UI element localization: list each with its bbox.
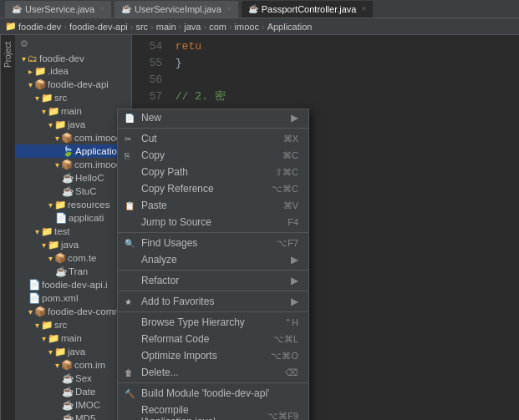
java-file-icon: ☕: [12, 4, 22, 13]
expand-icon: ▾: [55, 134, 59, 143]
tree-item-test-package[interactable]: ▾ 📦 com.te: [15, 251, 131, 265]
tree-item-comm-main[interactable]: ▾ 📁 main: [15, 331, 131, 345]
separator-3: [118, 270, 308, 271]
menu-item-build-module[interactable]: 🔨 Build Module 'foodie-dev-api': [118, 385, 308, 402]
separator-6: [118, 382, 308, 383]
find-icon: 🔍: [125, 239, 135, 248]
tree-item-stucontroller[interactable]: ☕ StuC: [15, 185, 131, 198]
tree-item-foodie-dev[interactable]: ▾ 🗂 foodie-dev: [15, 53, 131, 64]
separator-1: [118, 128, 308, 129]
settings-icon[interactable]: ⚙: [20, 38, 28, 49]
xml-icon: 📄: [28, 292, 40, 304]
project-panel-label[interactable]: Project: [0, 35, 15, 420]
menu-item-analyze[interactable]: Analyze ▶: [118, 251, 308, 268]
tree-item-md5[interactable]: ☕ MD5: [15, 412, 131, 420]
tab-userservice[interactable]: ☕ UserService.java ×: [5, 1, 111, 18]
menu-item-reformat[interactable]: Reformat Code ⌥⌘L: [118, 331, 308, 347]
code-line-57: 57 // 2. 密: [139, 89, 512, 105]
menu-item-delete[interactable]: 🗑 Delete... ⌫: [118, 364, 308, 381]
submenu-arrow: ▶: [291, 112, 298, 124]
folder-icon: 📁: [54, 199, 66, 210]
file-tree: ⚙ ▾ 🗂 foodie-dev ▸ 📁 .idea ▾ 📦 foodie-de…: [15, 35, 132, 420]
tree-item-java[interactable]: ▾ 📁 java: [15, 118, 131, 131]
tree-item-src[interactable]: ▾ 📁 src: [15, 91, 131, 104]
tree-item-application-xml[interactable]: 📄 applicati: [15, 211, 131, 225]
java-icon: ☕: [62, 412, 74, 420]
tree-item-imoc[interactable]: ☕ IMOC: [15, 398, 131, 412]
expand-icon: ▾: [28, 80, 33, 89]
menu-item-paste[interactable]: 📋 Paste ⌘V: [118, 197, 308, 214]
folder-icon: 📁: [34, 65, 46, 77]
favorites-arrow: ▶: [291, 296, 298, 307]
context-menu: 📄 New ▶ ✂ Cut ⌘X ⎘ Copy ⌘C Copy Path ⇧⌘C…: [117, 109, 309, 420]
breadcrumb: 📁 foodie-dev › foodie-dev-api › src › ma…: [0, 18, 519, 35]
folder-icon: 📁: [41, 92, 53, 104]
menu-item-optimize-imports[interactable]: Optimize Imports ⌥⌘O: [118, 347, 308, 364]
tree-item-resources[interactable]: ▾ 📁 resources: [15, 198, 131, 211]
tab-userserviceimpl[interactable]: ☕ UserServiceImpl.java ×: [114, 1, 238, 18]
menu-item-new[interactable]: 📄 New ▶: [118, 109, 308, 126]
expand-icon: ▾: [42, 334, 46, 343]
code-line-55: 55 }: [139, 55, 512, 72]
tree-item-foodie-dev-api-i[interactable]: 📄 foodie-dev-api.i: [15, 278, 131, 291]
tree-item-pom[interactable]: 📄 pom.xml: [15, 291, 131, 305]
menu-item-add-to-favorites[interactable]: ★ Add to Favorites ▶: [118, 293, 308, 310]
separator-5: [118, 311, 308, 312]
expand-icon: ▾: [55, 160, 59, 170]
new-icon: 📄: [125, 114, 135, 123]
code-line-54: 54 retu: [139, 38, 512, 55]
expand-icon: ▾: [35, 227, 39, 236]
java-icon: ☕: [62, 399, 74, 411]
tree-item-com-im[interactable]: ▾ 📦 com.im: [15, 358, 131, 372]
package-icon: 📦: [54, 252, 66, 264]
menu-item-cut[interactable]: ✂ Cut ⌘X: [118, 130, 308, 147]
analyze-arrow: ▶: [291, 254, 298, 266]
expand-icon: ▸: [28, 67, 33, 76]
menu-item-recompile[interactable]: Recompile 'Application.java' ⌥⌘F9: [118, 402, 308, 420]
tree-item-test-java[interactable]: ▾ 📁 java: [15, 238, 131, 251]
tree-item-com-imooc2[interactable]: ▾ 📦 com.imooc: [15, 158, 131, 171]
menu-item-copy[interactable]: ⎘ Copy ⌘C: [118, 147, 308, 164]
tree-item-application[interactable]: 🍃 Application: [15, 144, 131, 158]
folder-icon: 📁: [54, 119, 66, 130]
tree-item-com-imooc[interactable]: ▾ 📦 com.imooc: [15, 131, 131, 144]
tree-item-foodie-dev-api[interactable]: ▾ 📦 foodie-dev-api: [15, 78, 131, 91]
package-icon: 📦: [61, 359, 73, 371]
tree-item-idea[interactable]: ▸ 📁 .idea: [15, 64, 131, 78]
java-icon: ☕: [62, 185, 74, 197]
folder-icon: 📁: [41, 319, 53, 331]
menu-item-find-usages[interactable]: 🔍 Find Usages ⌥F7: [118, 235, 308, 251]
expand-icon: ▾: [35, 321, 39, 330]
java-icon: ☕: [62, 372, 74, 384]
java-file-icon: ☕: [121, 4, 131, 13]
menu-item-refactor[interactable]: Refactor ▶: [118, 272, 308, 289]
copy-icon: ⎘: [125, 151, 130, 160]
expand-icon: ▾: [42, 107, 46, 116]
project-icon: 🗂: [28, 53, 38, 63]
expand-icon: ▾: [48, 347, 53, 357]
java-icon: ☕: [55, 266, 67, 277]
java-icon: ☕: [62, 172, 74, 184]
menu-item-copy-reference[interactable]: Copy Reference ⌥⌘C: [118, 180, 308, 197]
package-icon: 📦: [61, 132, 73, 144]
folder-icon: 📁: [48, 332, 59, 344]
tree-item-comm-src[interactable]: ▾ 📁 src: [15, 318, 131, 331]
tree-item-test[interactable]: ▾ 📁 test: [15, 225, 131, 238]
folder-icon: 📁: [48, 105, 59, 117]
menu-item-browse-hierarchy[interactable]: Browse Type Hierarchy ⌃H: [118, 314, 308, 331]
expand-icon: ▾: [42, 240, 46, 250]
tree-item-comm-java[interactable]: ▾ 📁 java: [15, 345, 131, 358]
tree-item-foodie-dev-comm[interactable]: ▾ 📦 foodie-dev-comm: [15, 305, 131, 318]
menu-item-jump-to-source[interactable]: Jump to Source F4: [118, 214, 308, 230]
tab-passportcontroller[interactable]: ☕ PassportController.java ×: [242, 1, 374, 18]
tree-item-sex[interactable]: ☕ Sex: [15, 372, 131, 385]
sidebar-header: ⚙: [15, 37, 131, 51]
tree-item-hellocontroller[interactable]: ☕ HelloC: [15, 171, 131, 185]
module-icon: 📦: [34, 78, 46, 90]
folder-icon: 📁: [41, 225, 53, 237]
file-icon: 📄: [28, 279, 40, 291]
tree-item-date[interactable]: ☕ Date: [15, 385, 131, 398]
tree-item-tran[interactable]: ☕ Tran: [15, 265, 131, 278]
menu-item-copy-path[interactable]: Copy Path ⇧⌘C: [118, 164, 308, 180]
tree-item-main[interactable]: ▾ 📁 main: [15, 104, 131, 118]
